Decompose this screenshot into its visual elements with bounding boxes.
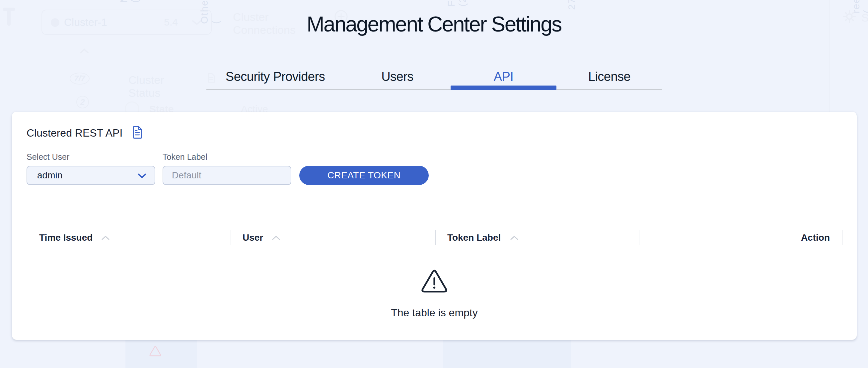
background-members-badge: 7/7: [70, 73, 90, 85]
user-select-value: admin: [37, 166, 62, 184]
sort-ascending-icon[interactable]: [101, 235, 110, 240]
column-divider: [230, 230, 231, 245]
sort-ascending-icon[interactable]: [272, 235, 280, 240]
tab-license[interactable]: License: [556, 65, 662, 88]
column-header-user[interactable]: User: [243, 230, 263, 245]
background-chart-label: ree (: [850, 0, 868, 13]
documentation-link-icon[interactable]: [131, 126, 143, 139]
section-title: Clustered REST API: [27, 127, 122, 139]
tabs-underline: [206, 89, 662, 90]
tab-security-providers[interactable]: Security Providers: [206, 65, 344, 88]
background-chevron-up-icon: [80, 48, 89, 54]
active-tab-indicator: [451, 86, 556, 90]
background-warning-icon: [149, 345, 161, 358]
column-divider: [842, 230, 842, 245]
user-select[interactable]: admin: [27, 166, 155, 185]
warning-icon: [421, 270, 447, 294]
background-chart-label: 27.0.0.: [566, 0, 577, 10]
column-header-time-issued[interactable]: Time Issued: [39, 230, 93, 245]
settings-tabs: Security Providers Users API License: [206, 65, 662, 88]
column-header-action: Action: [801, 230, 830, 245]
tab-api[interactable]: API: [451, 65, 556, 88]
background-chart-label: Map (: [118, 0, 141, 3]
background-chart-band: [443, 340, 571, 368]
column-divider: [639, 230, 640, 245]
create-token-button[interactable]: CREATE TOKEN: [299, 166, 429, 185]
background-cluster-status-title: Cluster Status: [128, 74, 164, 99]
tab-users[interactable]: Users: [344, 65, 451, 88]
column-header-token-label[interactable]: Token Label: [447, 230, 501, 245]
token-label-input[interactable]: [163, 166, 291, 185]
sort-ascending-icon[interactable]: [510, 235, 518, 240]
api-settings-panel: Clustered REST API Select User Token Lab…: [12, 112, 857, 340]
background-clients-badge: 2: [76, 96, 89, 108]
token-label-label: Token Label: [163, 152, 207, 162]
page-title: Management Center Settings: [0, 12, 868, 36]
chevron-down-icon: [137, 173, 147, 178]
column-divider: [435, 230, 436, 245]
select-user-label: Select User: [27, 152, 69, 162]
empty-table-message: The table is empty: [12, 307, 857, 319]
background-chart-label: Free (2: [445, 0, 468, 7]
